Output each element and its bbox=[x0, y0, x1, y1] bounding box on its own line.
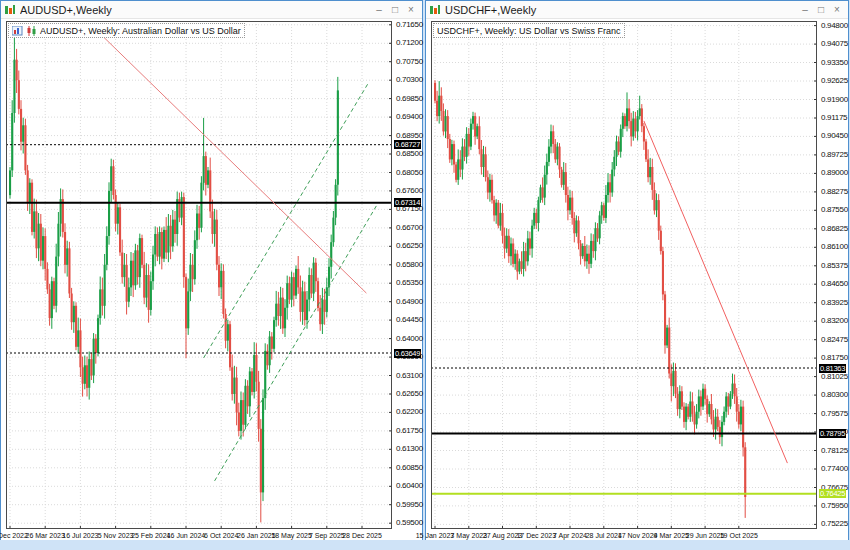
time-tick-label: 5 Nov 2023 bbox=[98, 532, 134, 539]
minimize-button[interactable]: – bbox=[371, 2, 387, 17]
price-tick-label: 0.93350 bbox=[821, 59, 848, 67]
price-tick-label: 0.64000 bbox=[396, 335, 423, 343]
price-line-label: 0.78795 bbox=[819, 429, 846, 438]
price-tick-label: 0.60400 bbox=[396, 482, 423, 490]
chart-area-audusd: 0.716500.712000.707500.703000.698500.694… bbox=[1, 19, 422, 540]
time-tick-label: 19 Oct 2025 bbox=[720, 532, 758, 539]
price-tick-label: 0.86825 bbox=[821, 225, 848, 233]
price-tick-label: 0.89000 bbox=[821, 169, 848, 177]
price-tick-label: 0.64900 bbox=[396, 298, 423, 306]
time-tick-label: 28 Jul 2024 bbox=[586, 532, 622, 539]
price-tick-label: 0.87550 bbox=[821, 206, 848, 214]
price-tick-label: 0.67600 bbox=[396, 187, 423, 195]
price-tick-label: 0.89725 bbox=[821, 151, 848, 159]
candlestick-icon bbox=[26, 26, 37, 36]
price-line-label: 0.67314 bbox=[394, 198, 421, 207]
price-tick-label: 0.65800 bbox=[396, 261, 423, 269]
price-line-label: 0.63649 bbox=[394, 349, 421, 358]
price-chart-usdchf[interactable] bbox=[431, 21, 817, 529]
window-title: AUDUSD+,Weekly bbox=[20, 4, 371, 16]
time-tick-label: 26 Jan 2025 bbox=[237, 532, 276, 539]
price-tick-label: 0.81025 bbox=[821, 373, 848, 381]
price-axis-audusd[interactable]: 0.716500.712000.707500.703000.698500.694… bbox=[393, 21, 423, 529]
price-tick-label: 0.77400 bbox=[821, 465, 848, 473]
price-tick-label: 0.59950 bbox=[396, 501, 423, 509]
price-tick-label: 0.88275 bbox=[821, 188, 848, 196]
price-tick-label: 0.83200 bbox=[821, 317, 848, 325]
price-tick-label: 0.80300 bbox=[821, 391, 848, 399]
time-tick-label: 16 Jul 2023 bbox=[62, 532, 98, 539]
price-tick-label: 0.85375 bbox=[821, 262, 848, 270]
time-tick-label: 9 Mar 2025 bbox=[654, 532, 689, 539]
price-tick-label: 0.68950 bbox=[396, 132, 423, 140]
price-tick-label: 0.70750 bbox=[396, 58, 423, 66]
price-tick-label: 0.61750 bbox=[396, 427, 423, 435]
price-tick-label: 0.63100 bbox=[396, 372, 423, 380]
price-tick-label: 0.86100 bbox=[821, 243, 848, 251]
price-tick-label: 0.64450 bbox=[396, 316, 423, 324]
time-tick-label: 26 Mar 2023 bbox=[26, 532, 65, 539]
price-line-label: 0.81363 bbox=[819, 364, 846, 373]
price-tick-label: 0.94075 bbox=[821, 40, 848, 48]
chart-symbol-text: AUDUSD+, Weekly: Australian Dollar vs US… bbox=[40, 26, 241, 36]
time-tick-label: 6 Oct 2024 bbox=[204, 532, 238, 539]
maximize-button[interactable]: □ bbox=[813, 2, 829, 17]
price-tick-label: 0.91900 bbox=[821, 96, 848, 104]
app-icon bbox=[4, 4, 16, 16]
time-tick-label: 7 May 2023 bbox=[451, 532, 488, 539]
price-tick-label: 0.71200 bbox=[396, 39, 423, 47]
price-tick-label: 0.81750 bbox=[821, 354, 848, 362]
price-tick-label: 0.79575 bbox=[821, 410, 848, 418]
price-tick-label: 0.69400 bbox=[396, 113, 423, 121]
price-tick-label: 0.69850 bbox=[396, 95, 423, 103]
price-chart-audusd[interactable] bbox=[6, 21, 392, 529]
price-tick-label: 0.90450 bbox=[821, 132, 848, 140]
price-tick-label: 0.70300 bbox=[396, 76, 423, 84]
time-tick-label: 7 Apr 2024 bbox=[553, 532, 587, 539]
time-tick-label: 15 Jan 2023 bbox=[416, 532, 455, 539]
time-tick-label: 18 May 2025 bbox=[271, 532, 311, 539]
chart-symbol-label-usdchf[interactable]: USDCHF+, Weekly: US Dollar vs Swiss Fran… bbox=[433, 23, 625, 38]
titlebar-usdchf[interactable]: USDCHF+,Weekly – □ × bbox=[426, 1, 848, 19]
price-tick-label: 0.62200 bbox=[396, 408, 423, 416]
price-tick-label: 0.59500 bbox=[396, 519, 423, 527]
chart-window-usdchf: USDCHF+,Weekly – □ × 0.948000.940750.933… bbox=[425, 0, 849, 540]
price-tick-label: 0.68050 bbox=[396, 169, 423, 177]
price-line-label: 0.68727 bbox=[394, 140, 421, 149]
price-tick-label: 0.84650 bbox=[821, 280, 848, 288]
time-tick-label: 7 Sep 2025 bbox=[309, 532, 345, 539]
price-tick-label: 0.71650 bbox=[396, 21, 423, 29]
price-line-label: 0.76425 bbox=[819, 489, 846, 498]
price-tick-label: 0.62650 bbox=[396, 390, 423, 398]
chart-area-usdchf: 0.948000.940750.933500.926250.919000.911… bbox=[426, 19, 848, 540]
price-tick-label: 0.68500 bbox=[396, 150, 423, 158]
bar-chart-icon bbox=[12, 26, 23, 36]
price-tick-label: 0.75225 bbox=[821, 520, 848, 528]
price-tick-label: 0.75950 bbox=[821, 502, 848, 510]
chart-window-audusd: AUDUSD+,Weekly – □ × 0.716500.712000.707… bbox=[0, 0, 423, 540]
price-tick-label: 0.66700 bbox=[396, 224, 423, 232]
price-tick-label: 0.66250 bbox=[396, 242, 423, 250]
price-tick-label: 0.60850 bbox=[396, 464, 423, 472]
close-button[interactable]: × bbox=[403, 2, 419, 17]
price-axis-usdchf[interactable]: 0.948000.940750.933500.926250.919000.911… bbox=[818, 21, 848, 529]
price-tick-label: 0.82475 bbox=[821, 336, 848, 344]
price-tick-label: 0.78125 bbox=[821, 447, 848, 455]
price-tick-label: 0.83925 bbox=[821, 299, 848, 307]
time-tick-label: 25 Feb 2024 bbox=[131, 532, 170, 539]
time-axis-audusd[interactable]: 4 Dec 202226 Mar 202316 Jul 20235 Nov 20… bbox=[6, 531, 392, 542]
chart-symbol-label-audusd[interactable]: AUDUSD+, Weekly: Australian Dollar vs US… bbox=[8, 23, 245, 38]
price-tick-label: 0.91175 bbox=[821, 114, 847, 122]
titlebar-audusd[interactable]: AUDUSD+,Weekly – □ × bbox=[1, 1, 422, 19]
app-icon bbox=[429, 4, 441, 16]
time-axis-usdchf[interactable]: 15 Jan 20237 May 202327 Aug 202317 Dec 2… bbox=[431, 531, 817, 542]
time-tick-label: 28 Dec 2025 bbox=[342, 532, 382, 539]
time-tick-label: 4 Dec 2022 bbox=[0, 532, 28, 539]
time-tick-label: 17 Nov 2024 bbox=[618, 532, 658, 539]
maximize-button[interactable]: □ bbox=[387, 2, 403, 17]
window-title: USDCHF+,Weekly bbox=[445, 4, 797, 16]
close-button[interactable]: × bbox=[829, 2, 845, 17]
price-tick-label: 0.65350 bbox=[396, 279, 423, 287]
minimize-button[interactable]: – bbox=[797, 2, 813, 17]
chart-symbol-text: USDCHF+, Weekly: US Dollar vs Swiss Fran… bbox=[437, 26, 621, 36]
